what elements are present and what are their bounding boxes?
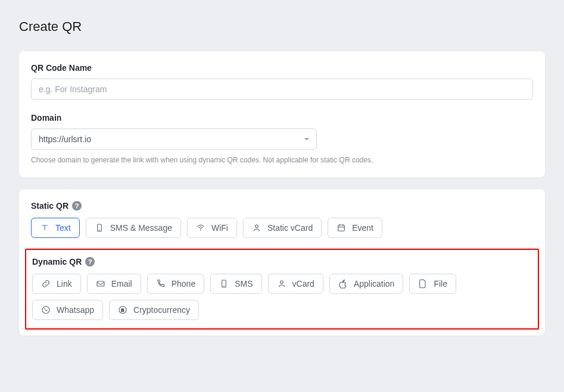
svg-point-2 bbox=[200, 230, 201, 230]
help-icon[interactable]: ? bbox=[72, 201, 82, 211]
dynamic-qr-highlight: Dynamic QR ? Link Email bbox=[25, 249, 539, 330]
option-label: Email bbox=[111, 279, 132, 288]
option-label: WiFi bbox=[211, 223, 228, 233]
dynamic-qr-heading: Dynamic QR bbox=[32, 257, 82, 266]
option-wifi[interactable]: WiFi bbox=[187, 218, 237, 238]
link-icon bbox=[41, 279, 51, 288]
option-label: Text bbox=[55, 223, 71, 233]
help-icon[interactable]: ? bbox=[85, 257, 95, 266]
option-label: SMS bbox=[235, 279, 253, 288]
phone-rect-icon bbox=[219, 279, 229, 288]
option-static-vcard[interactable]: Static vCard bbox=[243, 218, 322, 238]
static-options-row: Text SMS & Message WiFi Static vCard bbox=[31, 218, 533, 238]
wifi-icon bbox=[196, 223, 205, 233]
option-sms[interactable]: SMS bbox=[210, 274, 261, 294]
option-label: Link bbox=[57, 279, 72, 288]
option-cryptocurrency[interactable]: B Cryptocurrency bbox=[109, 300, 199, 320]
page-title: Create QR bbox=[19, 0, 545, 51]
option-whatsapp[interactable]: Whatsapp bbox=[32, 300, 103, 320]
option-label: Phone bbox=[172, 279, 195, 288]
whatsapp-icon bbox=[41, 305, 51, 315]
option-label: Event bbox=[352, 223, 373, 233]
phone-rect-icon bbox=[95, 223, 104, 233]
user-icon bbox=[277, 279, 286, 288]
option-email[interactable]: Email bbox=[87, 274, 141, 294]
option-label: File bbox=[434, 279, 447, 288]
apple-icon bbox=[338, 279, 348, 288]
option-label: Cryptocurrency bbox=[133, 305, 190, 315]
svg-text:B: B bbox=[121, 308, 124, 313]
option-vcard[interactable]: vCard bbox=[268, 274, 323, 294]
email-icon bbox=[96, 279, 105, 288]
option-application[interactable]: Application bbox=[329, 274, 404, 294]
option-file[interactable]: File bbox=[409, 274, 456, 294]
qr-name-label: QR Code Name bbox=[31, 63, 533, 73]
file-icon bbox=[418, 279, 428, 288]
phone-call-icon bbox=[156, 279, 166, 288]
option-text[interactable]: Text bbox=[31, 218, 80, 238]
option-label: Static vCard bbox=[267, 223, 313, 233]
option-label: Application bbox=[354, 279, 395, 288]
svg-point-3 bbox=[255, 225, 258, 228]
qr-name-input[interactable] bbox=[31, 79, 533, 100]
form-card: QR Code Name Domain https://urlsrt.io Ch… bbox=[19, 51, 545, 177]
option-link[interactable]: Link bbox=[32, 274, 81, 294]
option-label: Whatsapp bbox=[57, 305, 94, 315]
domain-help-text: Choose domain to generate the link with … bbox=[31, 156, 533, 164]
static-qr-heading: Static QR bbox=[31, 201, 68, 211]
option-phone[interactable]: Phone bbox=[147, 274, 204, 294]
domain-label: Domain bbox=[31, 113, 533, 123]
qr-types-card: Static QR ? Text SMS & Message WiFi bbox=[19, 189, 545, 335]
svg-point-11 bbox=[280, 281, 283, 284]
option-event[interactable]: Event bbox=[328, 218, 382, 238]
svg-rect-4 bbox=[338, 225, 345, 231]
svg-point-12 bbox=[42, 306, 49, 313]
option-sms-message[interactable]: SMS & Message bbox=[86, 218, 181, 238]
text-icon bbox=[40, 223, 49, 233]
svg-rect-8 bbox=[97, 281, 104, 286]
bitcoin-icon: B bbox=[118, 305, 127, 315]
domain-select[interactable]: https://urlsrt.io bbox=[31, 128, 317, 150]
option-label: SMS & Message bbox=[110, 223, 172, 233]
option-label: vCard bbox=[292, 279, 314, 288]
calendar-icon bbox=[336, 223, 346, 233]
user-icon bbox=[252, 223, 261, 233]
dynamic-options-row: Link Email Phone bbox=[32, 274, 532, 320]
